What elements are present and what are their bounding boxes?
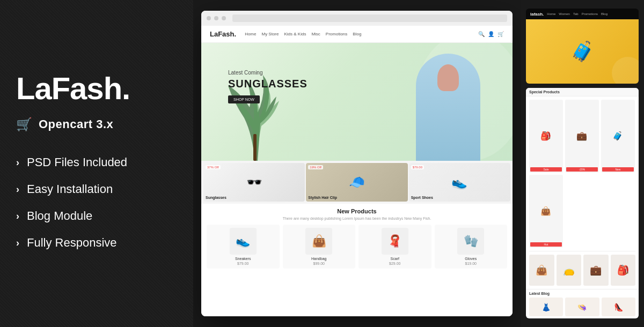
dark-nav-blog[interactable]: Blog — [601, 12, 608, 16]
hero-shop-button[interactable]: Shop Now — [228, 95, 260, 103]
rmb-blog-item-3[interactable]: 👠 — [602, 298, 635, 316]
chevron-icon: › — [16, 211, 19, 222]
chevron-icon: › — [16, 157, 19, 168]
features-list: › PSD Files Included › Easy Installation… — [16, 151, 177, 254]
platform-label: Opencart 3.x — [39, 117, 113, 131]
mockup-browser: LaFash. Home My Store Kids & Kids Misc P… — [201, 11, 513, 316]
product-card-4[interactable]: 🧤 Gloves $19.00 — [435, 225, 508, 269]
dark-nav-promo[interactable]: Promotions — [582, 12, 598, 16]
right-mockup-bottom: Special Products 🎒 Sale 💼 -20% 🧳 New 👜 H… — [526, 88, 639, 318]
thumb-price-shoes: $79.00 — [411, 165, 424, 169]
nav-promotions[interactable]: Promotions — [326, 32, 347, 36]
dark-nav-home[interactable]: Home — [547, 12, 555, 16]
nav-home[interactable]: Home — [245, 32, 256, 36]
product-thumb-cap[interactable]: 19% Off Stylish Hair Clip — [306, 163, 407, 202]
nav-kids[interactable]: Kids & Kids — [284, 32, 306, 36]
feature-label: Easy Installation — [27, 182, 113, 196]
platform-row: 🛒 Opencart 3.x — [16, 117, 177, 132]
right-panel: lafash. Home Women Tab Promotions Blog 🧳… — [521, 0, 644, 327]
rmb-bag-3[interactable]: 💼 — [583, 255, 609, 286]
nav-mystore[interactable]: My Store — [261, 32, 279, 36]
feature-label: PSD Files Included — [27, 155, 127, 169]
feature-install: › Easy Installation — [16, 178, 177, 200]
luggage-icon: 🧳 — [570, 40, 595, 63]
feature-label: Blog Module — [27, 209, 92, 223]
rmb-header: Special Products — [526, 88, 639, 96]
browser-dot-yellow — [214, 16, 218, 20]
rmb-product-1[interactable]: 🎒 Sale — [529, 100, 563, 173]
product-badge-1: Sale — [530, 167, 562, 172]
chevron-icon: › — [16, 184, 19, 195]
rmb-product-3[interactable]: 🧳 New — [601, 100, 635, 173]
rmb-bag-4[interactable]: 🎒 — [611, 255, 636, 286]
brand-title: LaFash. — [16, 73, 177, 104]
chevron-icon: › — [16, 237, 19, 249]
product-badge-2: -20% — [566, 167, 598, 172]
rmb-product-2[interactable]: 💼 -20% — [565, 100, 599, 173]
product-img-1: 👟 — [230, 228, 257, 255]
right-nav-dark: lafash. Home Women Tab Promotions Blog — [526, 9, 639, 19]
browser-bar — [201, 11, 513, 26]
product-price-3: $29.00 — [389, 262, 400, 265]
product-thumb-sunglasses[interactable]: 37% Off Sunglasses — [203, 163, 305, 202]
product-img-3: 🧣 — [382, 228, 408, 255]
thumb-label-shoes: Sport Shoes — [411, 196, 433, 199]
product-name-4: Gloves — [465, 257, 477, 261]
feature-blog: › Blog Module — [16, 205, 177, 227]
thumb-price-cap: 19% Off — [308, 165, 323, 169]
rmb-bags-row: 👜 👝 💼 🎒 — [526, 251, 639, 289]
rmb-product-4[interactable]: 👜 Hot — [529, 175, 563, 248]
right-dark-nav-items: Home Women Tab Promotions Blog — [547, 12, 634, 16]
right-mockup-top: lafash. Home Women Tab Promotions Blog 🧳 — [526, 9, 639, 84]
browser-url-bar — [232, 14, 507, 22]
nav-blog[interactable]: Blog — [353, 32, 361, 36]
thumb-label-cap: Stylish Hair Clip — [308, 196, 337, 199]
product-thumb-shoes[interactable]: $79.00 Sport Shoes — [409, 163, 510, 202]
rmb-blog-item-2[interactable]: 👒 — [565, 298, 599, 316]
feature-responsive: › Fully Responsive — [16, 232, 177, 254]
new-products-section: New Products There are many desktop publ… — [201, 204, 513, 316]
product-badge-3: New — [602, 167, 634, 172]
rmb-bag-1[interactable]: 👜 — [529, 255, 554, 286]
rmb-bag-2[interactable]: 👝 — [557, 255, 582, 286]
new-products-sub: There are many desktop publishing Lorem … — [207, 217, 507, 220]
hero-text: Latest Coming SUNGLASSES Shop Now — [228, 70, 308, 103]
new-products-title: New Products — [207, 208, 507, 214]
product-card-2[interactable]: 👜 Handbag $99.00 — [283, 225, 356, 269]
feature-label: Fully Responsive — [27, 236, 117, 250]
search-icon[interactable]: 🔍 — [478, 31, 485, 37]
product-name-3: Scarf — [391, 257, 399, 261]
hero-model — [416, 54, 480, 161]
store-logo: LaFash. — [210, 30, 236, 38]
rmb-blog-item-1[interactable]: 👗 — [529, 298, 563, 316]
right-dark-logo: lafash. — [530, 12, 544, 17]
product-name-2: Handbag — [311, 257, 326, 261]
product-name-1: Sneakers — [235, 257, 251, 261]
store-nav: LaFash. Home My Store Kids & Kids Misc P… — [201, 26, 513, 43]
dark-nav-women[interactable]: Women — [559, 12, 570, 16]
nav-items: Home My Store Kids & Kids Misc Promotion… — [245, 32, 470, 36]
store-hero: Latest Coming SUNGLASSES Shop Now — [201, 43, 513, 161]
product-img-2: 👜 — [305, 228, 332, 255]
product-card-3[interactable]: 🧣 Scarf $29.00 — [358, 225, 431, 269]
nav-misc[interactable]: Misc — [311, 32, 320, 36]
product-price-4: $19.00 — [465, 262, 477, 265]
thumb-label-sunglasses: Sunglasses — [206, 196, 226, 199]
nav-icons: 🔍 👤 🛒 — [478, 31, 504, 37]
rmb-blog-section: Latest Blog 👗 👒 👠 — [526, 289, 639, 318]
browser-dot-green — [222, 16, 226, 20]
browser-content: LaFash. Home My Store Kids & Kids Misc P… — [201, 26, 513, 316]
product-card-1[interactable]: 👟 Sneakers $79.00 — [207, 225, 280, 269]
feature-psd: › PSD Files Included — [16, 151, 177, 174]
center-panel: LaFash. Home My Store Kids & Kids Misc P… — [193, 0, 521, 327]
cart-icon: 🛒 — [16, 117, 32, 132]
hero-sub-text: Latest Coming — [228, 70, 308, 76]
cart-nav-icon[interactable]: 🛒 — [497, 31, 504, 37]
product-price-1: $79.00 — [237, 262, 248, 265]
user-icon[interactable]: 👤 — [488, 31, 494, 37]
dark-nav-tab[interactable]: Tab — [573, 12, 579, 16]
rmb-blog-items: 👗 👒 👠 — [529, 298, 635, 316]
luggage-bg-circle — [612, 57, 639, 84]
products-grid: 👟 Sneakers $79.00 👜 Handbag $99.00 🧣 Sca… — [207, 225, 507, 269]
browser-dot-red — [207, 16, 211, 20]
